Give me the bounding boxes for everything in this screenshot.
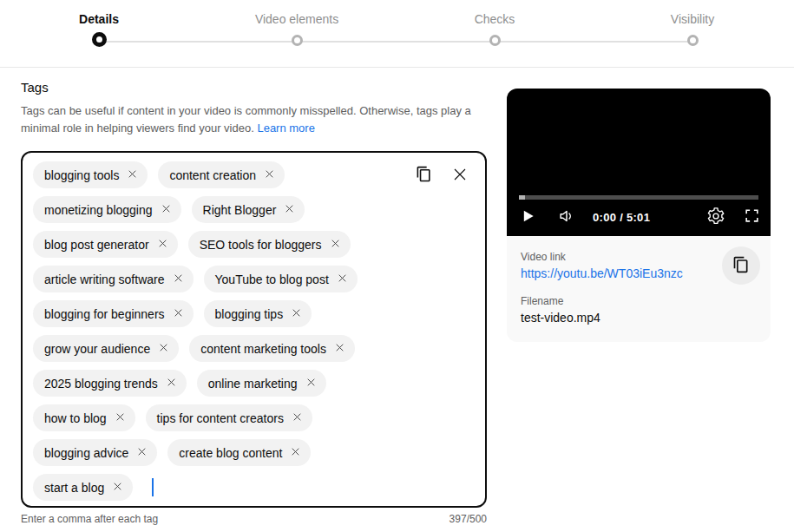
clear-tags-button[interactable]	[452, 167, 468, 185]
stepper-step-label: Visibility	[623, 12, 762, 26]
tag-remove-button[interactable]	[282, 201, 297, 219]
tag-remove-icon	[157, 238, 168, 252]
tag-chip: tips for content creators	[146, 404, 312, 431]
stepper-step-dot[interactable]	[92, 32, 107, 47]
tag-row: how to blogtips for content creators	[33, 404, 475, 431]
tag-chip-label: content marketing tools	[200, 342, 326, 356]
stepper-step-dot[interactable]	[292, 35, 303, 46]
tags-footer: Enter a comma after each tag 397/500	[21, 513, 487, 525]
tag-remove-icon	[112, 481, 123, 495]
tag-remove-button[interactable]	[155, 236, 170, 253]
tag-chip-label: article writing software	[44, 273, 165, 286]
settings-button[interactable]	[706, 207, 725, 228]
time-display: 0:00 / 5:01	[593, 211, 650, 224]
tag-remove-icon	[173, 273, 184, 286]
tag-chip: start a blog	[33, 474, 133, 501]
tag-chip: Right Blogger	[192, 196, 305, 223]
tags-box-actions	[416, 166, 468, 185]
tag-chip-label: grow your audience	[44, 342, 150, 356]
tag-chip: SEO tools for bloggers	[188, 231, 351, 258]
tag-remove-button[interactable]	[156, 340, 171, 358]
tag-remove-button[interactable]	[290, 410, 305, 427]
tag-remove-button[interactable]	[304, 375, 318, 392]
stepper-step-dot[interactable]	[687, 35, 699, 46]
stepper-step-label: Details	[30, 12, 168, 26]
fullscreen-icon	[744, 207, 760, 227]
stepper-step-label: Video elements	[227, 12, 366, 26]
stepper-step-video-elements[interactable]: Video elements	[227, 0, 366, 46]
video-preview-card: 0:00 / 5:01 Video link https://youtu.be/…	[507, 89, 771, 342]
tags-input-box[interactable]: blogging toolscontent creationmonetizing…	[21, 151, 487, 508]
tag-chip-label: how to blog	[44, 411, 107, 425]
copy-tags-button[interactable]	[416, 166, 432, 185]
tag-chip-label: Right Blogger	[203, 203, 277, 217]
tag-remove-button[interactable]	[171, 305, 186, 323]
tag-remove-button[interactable]	[332, 340, 347, 358]
tag-chip: 2025 blogging trends	[33, 370, 187, 397]
tag-row: blogging toolscontent creation	[33, 161, 475, 188]
video-info-panel: Video link https://youtu.be/WT03iEu3nzc …	[507, 236, 771, 342]
player-controls: 0:00 / 5:01	[519, 204, 760, 230]
progress-bar[interactable]	[519, 195, 758, 200]
tag-remove-icon	[158, 342, 169, 356]
video-player[interactable]: 0:00 / 5:01	[507, 89, 771, 236]
tag-chip: online marketing	[197, 370, 326, 397]
tag-remove-button[interactable]	[135, 444, 149, 462]
tag-chip-label: YouTube to blog post	[215, 273, 329, 286]
copy-icon	[416, 166, 432, 185]
tag-chip-label: create blog content	[179, 446, 282, 460]
tag-remove-button[interactable]	[335, 271, 350, 288]
tag-remove-button[interactable]	[171, 271, 186, 288]
stepper-step-dot[interactable]	[489, 35, 501, 46]
stepper-line	[99, 41, 692, 43]
tag-chip: monetizing blogging	[33, 196, 181, 223]
tag-remove-icon	[127, 168, 138, 182]
tag-remove-button[interactable]	[289, 305, 304, 323]
video-link-url[interactable]: https://youtu.be/WT03iEu3nzc	[521, 266, 757, 280]
tag-remove-button[interactable]	[110, 479, 125, 496]
tag-chip: blogging tools	[33, 161, 148, 188]
playhead-scrubber[interactable]	[519, 195, 525, 200]
tag-chip-label: SEO tools for bloggers	[200, 238, 322, 252]
stepper-step-checks[interactable]: Checks	[425, 0, 564, 46]
tag-remove-button[interactable]	[262, 167, 277, 184]
close-icon	[452, 167, 468, 185]
stepper-step-details[interactable]: Details	[30, 0, 168, 47]
tag-remove-button[interactable]	[164, 375, 179, 392]
tag-chip-label: start a blog	[44, 481, 104, 495]
tag-remove-icon	[284, 203, 295, 217]
filename-value: test-video.mp4	[521, 311, 757, 325]
tag-remove-button[interactable]	[113, 410, 128, 427]
tag-chip: article writing software	[33, 266, 194, 292]
tag-remove-icon	[290, 446, 301, 460]
tag-row: grow your audiencecontent marketing tool…	[33, 335, 475, 362]
tag-rows: blogging toolscontent creationmonetizing…	[33, 161, 475, 501]
tag-chip: blog post generator	[33, 231, 178, 258]
tag-input-cursor[interactable]	[152, 478, 154, 496]
copy-icon	[732, 256, 750, 276]
learn-more-link[interactable]: Learn more	[257, 122, 314, 135]
tag-remove-button[interactable]	[328, 236, 343, 253]
stepper-step-visibility[interactable]: Visibility	[623, 0, 762, 46]
video-link-label: Video link	[521, 251, 757, 263]
fullscreen-button[interactable]	[744, 207, 760, 227]
tag-row: blog post generatorSEO tools for blogger…	[33, 231, 475, 258]
stepper-header: DetailsVideo elementsChecksVisibility	[0, 0, 794, 68]
tag-remove-icon	[305, 377, 317, 391]
copy-video-link-button[interactable]	[722, 246, 760, 285]
tag-chip: content creation	[158, 161, 285, 188]
play-button[interactable]	[519, 207, 536, 227]
tag-chip: create blog content	[167, 439, 311, 466]
tag-remove-icon	[136, 446, 148, 460]
tag-remove-button[interactable]	[125, 167, 140, 184]
tag-remove-icon	[115, 411, 126, 425]
tag-remove-button[interactable]	[288, 444, 303, 462]
tag-remove-button[interactable]	[159, 201, 174, 219]
volume-icon	[557, 207, 576, 228]
tag-remove-icon	[173, 307, 184, 321]
tag-chip: YouTube to blog post	[204, 266, 358, 292]
tag-chip: blogging advice	[33, 439, 157, 466]
tag-chip-label: blogging advice	[44, 446, 128, 460]
tag-remove-icon	[166, 377, 177, 391]
volume-button[interactable]	[557, 207, 576, 228]
